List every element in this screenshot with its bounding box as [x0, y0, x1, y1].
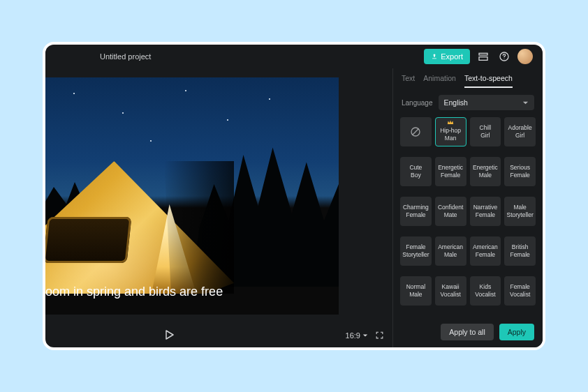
canvas-wrap: oom in spring and birds are free [45, 68, 392, 324]
apply-to-all-button[interactable]: Apply to all [441, 324, 493, 340]
aspect-ratio-label: 16:9 [346, 331, 360, 340]
voice-option[interactable]: NarrativeFemale [470, 197, 501, 226]
preview-controls: 16:9 [45, 324, 392, 347]
voice-option[interactable]: CharmingFemale [400, 197, 432, 226]
language-value: English [444, 98, 468, 107]
crown-icon [447, 119, 454, 124]
voice-label: Hip-hopMan [440, 127, 461, 142]
voice-option[interactable]: ConfidentMate [435, 197, 466, 226]
voice-option[interactable]: SeriousFemale [504, 157, 536, 186]
svg-rect-1 [479, 57, 487, 61]
panel-tabs: Text Animation Text-to-speech [393, 68, 543, 88]
voice-label: SeriousFemale [510, 164, 530, 179]
voice-option[interactable]: FemaleVocalist [504, 276, 536, 306]
voice-label: ConfidentMate [438, 204, 463, 218]
voice-option[interactable]: AdorableGirl [504, 117, 536, 146]
chevron-down-icon [522, 100, 529, 106]
voice-label: AmericanFemale [473, 243, 498, 258]
voice-label: NormalMale [406, 283, 425, 298]
voice-option[interactable]: Hip-hopMan [435, 117, 466, 146]
fullscreen-button[interactable] [375, 331, 384, 341]
export-label: Export [441, 52, 463, 61]
voice-label: FemaleVocalist [510, 283, 530, 298]
voice-label: EnergeticFemale [438, 164, 463, 179]
language-select[interactable]: English [439, 95, 535, 110]
apply-button[interactable]: Apply [499, 324, 534, 340]
play-button[interactable] [166, 330, 174, 341]
voice-option[interactable]: AmericanFemale [470, 236, 501, 266]
panel-footer: Apply to all Apply [393, 317, 543, 347]
project-title[interactable]: Untitled project [100, 52, 151, 61]
voice-label: MaleStoryteller [506, 204, 533, 218]
canvas-tent [45, 161, 234, 294]
voice-label: FemaleStoryteller [402, 243, 429, 258]
aspect-ratio-selector[interactable]: 16:9 [346, 331, 368, 340]
video-canvas[interactable]: oom in spring and birds are free [45, 77, 339, 315]
export-button[interactable]: Export [424, 49, 470, 64]
tab-animation[interactable]: Animation [423, 74, 456, 88]
chevron-down-icon [362, 333, 368, 338]
none-icon [410, 126, 421, 137]
svg-point-3 [504, 59, 504, 59]
voice-option[interactable]: NormalMale [400, 276, 432, 306]
layout-icon [478, 51, 489, 62]
fullscreen-icon [375, 331, 384, 340]
voice-none[interactable] [400, 117, 432, 146]
voice-option[interactable]: AmericanMale [435, 236, 466, 266]
upload-icon [431, 53, 438, 60]
voice-option[interactable]: EnergeticMale [470, 157, 501, 186]
top-bar: Untitled project Export [45, 45, 543, 68]
voice-label: EnergeticMale [473, 164, 498, 179]
svg-rect-0 [479, 53, 487, 55]
voice-label: CharmingFemale [403, 204, 429, 218]
play-icon [166, 330, 174, 340]
voice-option[interactable]: FemaleStoryteller [400, 236, 432, 266]
help-button[interactable] [497, 49, 512, 64]
tab-text[interactable]: Text [402, 74, 415, 88]
voices-grid: Hip-hopManChillGirlAdorableGirlCuteBoyEn… [393, 117, 543, 317]
voice-label: CuteBoy [409, 164, 422, 179]
voice-label: NarrativeFemale [473, 204, 497, 218]
app-window: Untitled project Export [43, 42, 545, 350]
voice-label: BritishFemale [510, 243, 529, 258]
voice-label: ChillGirl [480, 124, 492, 139]
tab-text-to-speech[interactable]: Text-to-speech [464, 74, 513, 88]
voice-option[interactable]: BritishFemale [504, 236, 536, 266]
help-icon [499, 51, 510, 62]
caption-text[interactable]: oom in spring and birds are free [45, 285, 223, 299]
language-label: Language [402, 99, 433, 107]
layout-button[interactable] [476, 49, 491, 64]
voice-option[interactable]: CuteBoy [400, 157, 432, 186]
voice-label: KidsVocalist [475, 283, 495, 298]
main-area: oom in spring and birds are free 16:9 [45, 68, 543, 347]
voice-label: AmericanMale [438, 243, 463, 258]
side-panel: Text Animation Text-to-speech Language E… [393, 68, 543, 347]
language-row: Language English [393, 88, 543, 117]
voice-label: AdorableGirl [508, 124, 532, 139]
voice-option[interactable]: MaleStoryteller [504, 197, 536, 226]
voice-option[interactable]: KidsVocalist [470, 276, 501, 306]
svg-line-5 [413, 128, 419, 135]
voice-option[interactable]: EnergeticFemale [435, 157, 466, 186]
voice-label: KawaiiVocalist [440, 283, 460, 298]
avatar[interactable] [517, 49, 533, 64]
voice-option[interactable]: KawaiiVocalist [435, 276, 466, 306]
preview-column: oom in spring and birds are free 16:9 [45, 68, 393, 347]
voice-option[interactable]: ChillGirl [470, 117, 501, 146]
